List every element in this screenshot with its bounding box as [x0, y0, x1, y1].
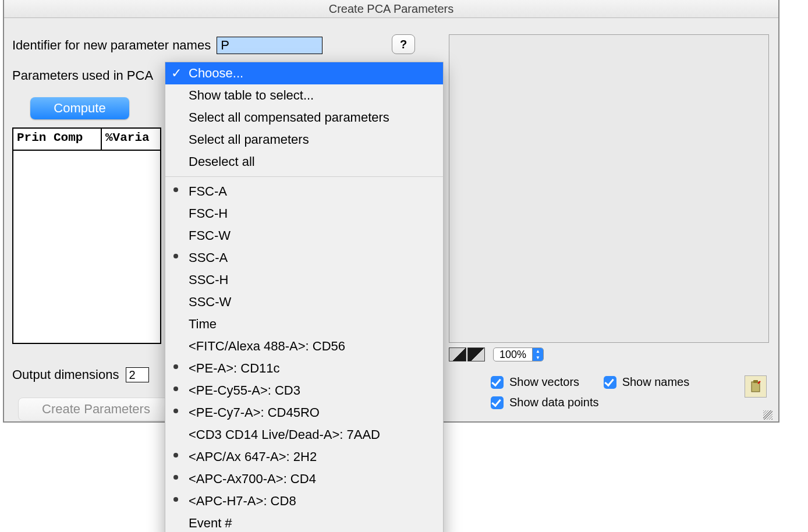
show-names-checkbox[interactable]: Show names	[604, 375, 690, 389]
identifier-label: Identifier for new parameter names	[12, 38, 211, 53]
col-variance: %Varia	[102, 129, 160, 150]
dialog-title: Create PCA Parameters	[4, 0, 778, 18]
zoom-stepper[interactable]: ▲ ▼	[532, 348, 543, 361]
bullet-icon	[173, 386, 178, 391]
menu-param[interactable]: SSC-A	[165, 247, 443, 269]
clipboard-button[interactable]	[745, 375, 767, 398]
menu-param[interactable]: SSC-H	[165, 269, 443, 291]
compute-button[interactable]: Compute	[30, 97, 129, 119]
menu-deselect-all[interactable]: Deselect all	[165, 151, 443, 173]
menu-param[interactable]: <PE-Cy55-A>: CD3	[165, 380, 443, 402]
menu-param[interactable]: FSC-A	[165, 180, 443, 203]
bullet-icon	[173, 497, 178, 502]
output-dimensions-input[interactable]	[126, 367, 149, 382]
bullet-icon	[173, 453, 178, 457]
results-table: Prin Comp %Varia	[12, 127, 161, 344]
resize-handle-icon[interactable]	[763, 410, 772, 420]
menu-param[interactable]: FSC-W	[165, 225, 443, 247]
menu-select-all[interactable]: Select all parameters	[165, 129, 443, 151]
menu-param[interactable]: Time	[165, 313, 443, 335]
zoom-select[interactable]: 100% ▲ ▼	[493, 347, 544, 361]
svg-rect-1	[753, 380, 758, 383]
menu-choose[interactable]: ✓ Choose...	[165, 62, 443, 84]
output-dimensions-label: Output dimensions	[12, 367, 119, 382]
menu-param[interactable]: <PE-Cy7-A>: CD45RO	[165, 402, 443, 424]
bullet-icon	[173, 254, 178, 258]
show-data-points-checkbox[interactable]: Show data points	[491, 396, 598, 409]
check-icon	[604, 376, 616, 389]
menu-param[interactable]: <APC-Ax700-A>: CD4	[165, 468, 443, 490]
menu-param[interactable]: FSC-H	[165, 203, 443, 225]
chevron-down-icon[interactable]: ▼	[533, 354, 543, 361]
col-prin-comp: Prin Comp	[13, 129, 102, 150]
parameters-dropdown-menu: ✓ Choose... Show table to select... Sele…	[165, 62, 444, 532]
menu-param[interactable]: SSC-W	[165, 291, 443, 313]
zoom-value: 100%	[494, 349, 532, 361]
menu-separator	[165, 176, 443, 177]
zoom-mode-icon[interactable]	[449, 347, 466, 361]
bullet-icon	[173, 475, 178, 480]
menu-show-table[interactable]: Show table to select...	[165, 84, 443, 107]
bullet-icon	[173, 187, 178, 192]
zoom-mode-alt-icon[interactable]	[467, 347, 485, 361]
help-button[interactable]: ?	[392, 34, 415, 54]
chevron-up-icon[interactable]: ▲	[533, 348, 543, 354]
check-icon	[491, 376, 504, 389]
plot-canvas	[449, 34, 769, 343]
check-icon	[491, 396, 504, 409]
menu-param[interactable]: <CD3 CD14 Live/Dead-A>: 7AAD	[165, 424, 443, 446]
menu-param[interactable]: <PE-A>: CD11c	[165, 357, 443, 380]
identifier-input[interactable]	[217, 37, 323, 54]
menu-param[interactable]: Event #	[165, 512, 443, 532]
menu-param[interactable]: <FITC/Alexa 488-A>: CD56	[165, 335, 443, 357]
checkmark-icon: ✓	[171, 65, 182, 82]
bullet-icon	[173, 364, 178, 369]
parameters-label: Parameters used in PCA	[12, 68, 153, 83]
menu-param[interactable]: <APC/Ax 647-A>: 2H2	[165, 446, 443, 468]
menu-param[interactable]: <APC-H7-A>: CD8	[165, 490, 443, 512]
menu-select-compensated[interactable]: Select all compensated parameters	[165, 107, 443, 129]
bullet-icon	[173, 409, 178, 413]
show-vectors-checkbox[interactable]: Show vectors	[491, 375, 579, 389]
create-parameters-button[interactable]: Create Parameters	[18, 398, 174, 421]
